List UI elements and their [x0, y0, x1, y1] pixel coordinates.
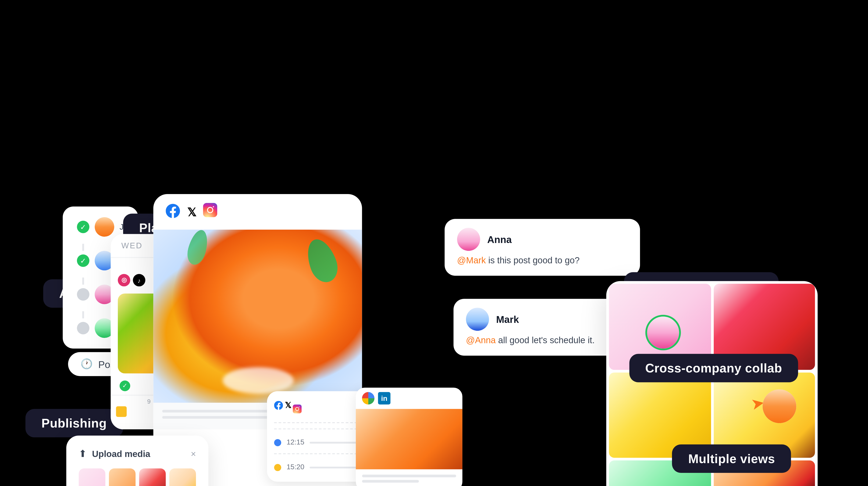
avatar-anna — [457, 228, 480, 251]
mark-mention: @Anna — [466, 335, 496, 345]
anna-comment-body: is this post good to go? — [488, 255, 580, 265]
anna-mention: @Mark — [457, 255, 486, 265]
time-dot-2 — [274, 463, 281, 471]
anna-comment-text: @Mark is this post good to go? — [457, 254, 628, 267]
publishing-label: Publishing — [25, 409, 123, 437]
cross-company-label: Cross-company collab — [629, 354, 798, 382]
cal-text-line-2 — [362, 480, 419, 483]
thumb-4 — [169, 468, 196, 486]
google-icon — [362, 392, 375, 404]
check-pending-samuel — [77, 288, 89, 301]
x-small-icon: 𝕏 — [285, 401, 291, 417]
facebook-icon — [166, 203, 180, 220]
cal-post-card: in — [356, 387, 462, 486]
green-check-icon: ✓ — [120, 381, 130, 391]
close-button[interactable]: × — [191, 449, 196, 458]
thumb-1 — [79, 468, 105, 486]
approval-item-jack: ✓ Jack — [77, 217, 124, 237]
cal-text-line-1 — [362, 475, 456, 477]
anna-name: Anna — [487, 234, 512, 245]
comment-anna-header: Anna — [457, 228, 628, 251]
cal-post-social-row: in — [356, 387, 462, 409]
check-approved-ingrid: ✓ — [77, 254, 89, 267]
feed-hero-image — [153, 229, 362, 402]
thumb-2 — [109, 468, 135, 486]
cal-post-text-lines — [356, 469, 462, 486]
upload-thumbnails — [79, 468, 196, 486]
mark-comment-body: all good let's schedule it. — [498, 335, 595, 345]
instagram-icon: ◎ — [118, 274, 130, 286]
upload-media-card: ⬆ Upload media × strawberries blueberrie… — [66, 435, 209, 486]
instagram-feed-icon — [203, 203, 217, 221]
feed-social-bar: 𝕏 — [153, 194, 362, 230]
upload-icon: ⬆ — [79, 448, 87, 459]
multiple-views-label: Multiple views — [672, 445, 791, 473]
upload-title-text: Upload media — [92, 449, 150, 458]
x-icon: 𝕏 — [187, 205, 196, 219]
cal-post-thumbnail — [356, 409, 462, 469]
upload-header: ⬆ Upload media × — [79, 448, 196, 459]
svg-rect-0 — [203, 203, 217, 217]
ig-small-icon — [293, 401, 302, 417]
avatar-mark — [466, 307, 489, 331]
mark-name: Mark — [496, 314, 519, 324]
avatar-jack — [95, 217, 114, 237]
time-dot-1 — [274, 439, 281, 446]
cross-company-avatar-1 — [645, 315, 681, 350]
upload-title-row: ⬆ Upload media — [79, 448, 151, 459]
time-2: 15:20 — [286, 463, 304, 471]
cal-cell-9: 9 — [111, 395, 157, 419]
time-1: 12:15 — [286, 438, 304, 446]
fb-small-icon — [274, 401, 283, 417]
thumb-3 — [139, 468, 166, 486]
svg-rect-3 — [293, 404, 302, 413]
clock-icon: 🕐 — [81, 358, 93, 370]
tiktok-icon: ♪ — [133, 274, 145, 286]
check-pending-anne — [77, 322, 89, 334]
comment-anna: Anna @Mark is this post good to go? — [444, 219, 640, 276]
linkedin-icon: in — [378, 392, 391, 404]
cross-company-avatar-2 — [763, 389, 796, 423]
check-approved-jack: ✓ — [77, 221, 89, 233]
